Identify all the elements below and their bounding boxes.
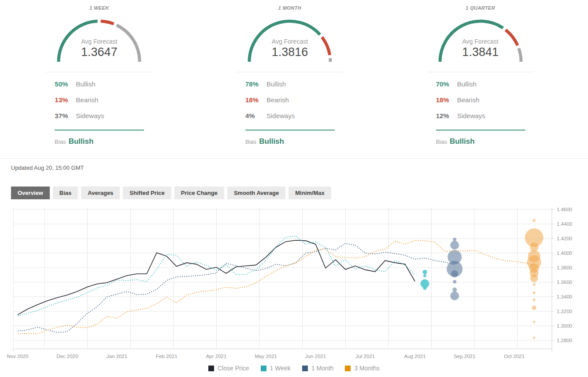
bullish-label: Bullish <box>266 80 286 88</box>
panel-divider <box>237 72 343 72</box>
bias-underline <box>245 130 335 131</box>
forecast-panels: 1 WEEK Avg Forecast 1.3647 50% Bullish 1… <box>4 0 576 146</box>
avg-forecast-label: Avg Forecast <box>436 38 525 45</box>
forecast-bubble[interactable] <box>423 286 427 290</box>
chart-view-tabs: Overview Bias Averages Shifted Price Pri… <box>11 187 588 199</box>
forecast-bubble[interactable] <box>530 274 538 282</box>
svg-text:1.4200: 1.4200 <box>557 236 572 241</box>
legend-item-1-week[interactable]: 1 Week <box>261 365 291 372</box>
three-months-swatch-icon <box>345 366 351 371</box>
avg-forecast-value: 1.3816 <box>246 45 334 59</box>
tab-minim-max[interactable]: Minim/Max <box>288 187 331 199</box>
svg-text:1.4000: 1.4000 <box>557 250 572 256</box>
forecast-bubble[interactable] <box>533 291 536 294</box>
legend-item-1-month[interactable]: 1 Month <box>302 365 334 372</box>
svg-text:Jan 2021: Jan 2021 <box>107 354 127 359</box>
bearish-stat-row: 13% Bearish <box>55 92 152 108</box>
bias-value: Bullish <box>259 137 284 146</box>
sideways-label: Sideways <box>76 112 104 119</box>
bias-underline <box>436 130 525 131</box>
panel-period-title: 1 MONTH <box>237 4 343 14</box>
bullish-pct: 78% <box>245 80 266 88</box>
bearish-pct: 18% <box>245 96 266 104</box>
svg-text:1.4600: 1.4600 <box>557 207 572 212</box>
svg-text:May 2021: May 2021 <box>255 354 277 359</box>
bias-row: BiasBullish <box>245 137 343 146</box>
bullish-pct: 50% <box>55 80 76 88</box>
bearish-label: Bearish <box>266 96 289 104</box>
bearish-stat-row: 18% Bearish <box>436 92 534 108</box>
svg-text:Feb 2021: Feb 2021 <box>156 354 178 359</box>
forecast-bubble[interactable] <box>453 238 456 241</box>
gauge-1-week: Avg Forecast 1.3647 <box>55 18 143 64</box>
svg-text:Jun 2021: Jun 2021 <box>305 354 326 359</box>
svg-text:1.2800: 1.2800 <box>557 338 572 343</box>
avg-forecast-value: 1.3647 <box>55 45 143 59</box>
bias-row: BiasBullish <box>55 137 152 146</box>
tab-shifted-price[interactable]: Shifted Price <box>123 187 171 199</box>
series-1-week <box>18 236 429 316</box>
svg-text:1.3400: 1.3400 <box>557 294 572 299</box>
forecast-bubble[interactable] <box>532 306 536 310</box>
svg-text:1.3600: 1.3600 <box>557 280 572 285</box>
chart-series <box>18 219 544 339</box>
legend-item-close-price[interactable]: Close Price <box>208 365 249 372</box>
bullish-stat-row: 50% Bullish <box>55 76 152 92</box>
forecast-bubble[interactable] <box>423 270 427 274</box>
forecast-bubble[interactable] <box>533 283 536 286</box>
sideways-stat-row: 4% Sideways <box>245 108 343 124</box>
svg-text:Nov 2020: Nov 2020 <box>7 354 28 359</box>
svg-text:Oct 2021: Oct 2021 <box>504 354 525 359</box>
bias-value: Bullish <box>450 137 475 146</box>
forecast-panel-1-week: 1 WEEK Avg Forecast 1.3647 50% Bullish 1… <box>4 4 195 146</box>
bias-label: Bias <box>55 138 66 145</box>
svg-text:Jul 2021: Jul 2021 <box>356 354 375 359</box>
bullish-stat-row: 78% Bullish <box>245 76 343 92</box>
sideways-stat-row: 37% Sideways <box>55 108 152 124</box>
series-3-months <box>18 219 544 339</box>
tab-price-change[interactable]: Price Change <box>174 187 224 199</box>
x-axis-labels: Nov 2020Dec 2020Jan 2021Feb 2021Apr 2021… <box>7 354 524 359</box>
svg-text:1.3000: 1.3000 <box>557 323 572 328</box>
bearish-pct: 13% <box>55 96 76 104</box>
bullish-label: Bullish <box>76 80 95 88</box>
sideways-pct: 37% <box>55 112 76 119</box>
svg-text:1.4400: 1.4400 <box>557 221 572 227</box>
sideways-pct: 4% <box>245 112 266 119</box>
forecast-bubble[interactable] <box>533 299 536 301</box>
tab-bias[interactable]: Bias <box>53 187 78 199</box>
panel-divider <box>46 72 152 72</box>
forecast-bubble[interactable] <box>451 270 458 277</box>
forecast-panel-1-month: 1 MONTH Avg Forecast 1.3816 78% Bullish … <box>195 4 385 146</box>
forecast-panel-1-quarter: 1 QUARTER Avg Forecast 1.3841 70% Bullis… <box>385 4 576 146</box>
forecast-bubble[interactable] <box>450 291 459 300</box>
bullish-pct: 70% <box>436 80 457 88</box>
forecast-bubble[interactable] <box>533 219 536 222</box>
panel-divider <box>427 72 534 72</box>
section-divider <box>0 158 588 159</box>
svg-text:Sep 2021: Sep 2021 <box>454 354 475 359</box>
forecast-chart[interactable]: 1.46001.44001.42001.40001.38001.36001.34… <box>0 203 588 373</box>
panel-period-title: 1 WEEK <box>46 4 152 14</box>
svg-text:1.3800: 1.3800 <box>557 265 572 270</box>
tab-averages[interactable]: Averages <box>81 187 120 199</box>
tab-smooth-average[interactable]: Smooth Average <box>227 187 285 199</box>
sideways-stat-row: 12% Sideways <box>436 108 534 124</box>
avg-forecast-label: Avg Forecast <box>246 38 334 45</box>
forecast-chart-canvas[interactable]: 1.46001.44001.42001.40001.38001.36001.34… <box>0 203 588 362</box>
bias-label: Bias <box>245 138 256 145</box>
forecast-bubble[interactable] <box>533 337 535 339</box>
tab-overview[interactable]: Overview <box>11 187 50 199</box>
avg-forecast-label: Avg Forecast <box>55 38 143 45</box>
forecast-bubble[interactable] <box>533 321 535 323</box>
bias-row: BiasBullish <box>436 137 534 146</box>
forecast-bubble[interactable] <box>423 274 426 277</box>
legend-item-3-months[interactable]: 3 Months <box>345 365 380 372</box>
forecast-bubble[interactable] <box>450 241 459 250</box>
gauge-bearish-arc <box>101 21 114 24</box>
updated-timestamp: Updated Aug 20, 15:00 GMT <box>11 164 588 171</box>
forecast-bubble[interactable] <box>453 280 456 284</box>
forecast-bubble[interactable] <box>452 287 457 292</box>
bearish-pct: 18% <box>436 96 457 104</box>
svg-text:Dec 2020: Dec 2020 <box>56 354 78 359</box>
